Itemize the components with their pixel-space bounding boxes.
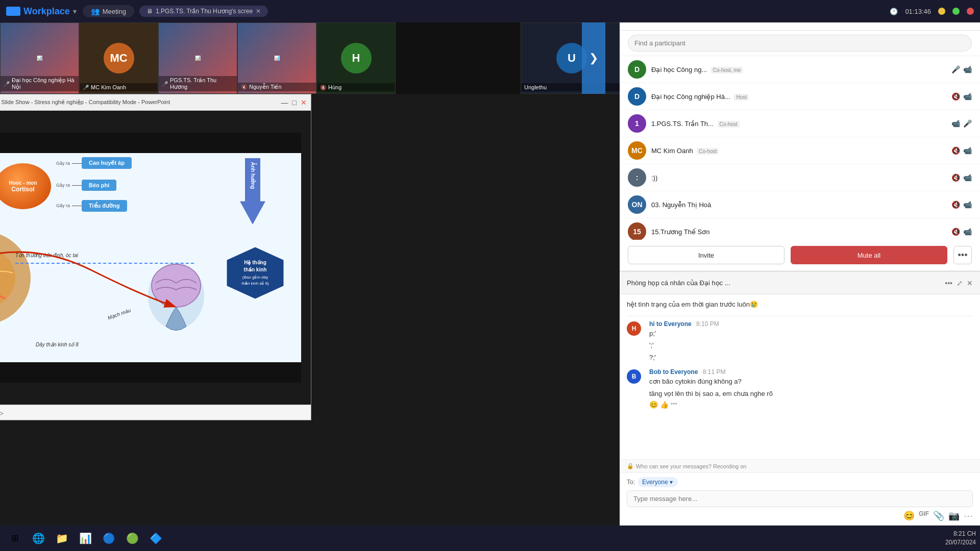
participant-name-4: MC Kim Oanh Co-host xyxy=(651,147,946,155)
video-strip: 📊 🎤 Đại học Công nghiệp Hà Nội MC 🎤 MC K… xyxy=(0,22,623,94)
chat-input-actions: 😊 GIF 📎 📷 ⋯ xyxy=(627,510,973,521)
invite-btn[interactable]: Invite xyxy=(628,246,785,264)
svg-text:Hệ thống: Hệ thống xyxy=(244,260,266,265)
chat-to-row: To: Everyone ▾ xyxy=(627,477,973,487)
participant-avatar-4: MC xyxy=(628,141,646,160)
browser-icon[interactable]: 🌐 xyxy=(28,528,49,549)
files-icon[interactable]: 📁 xyxy=(51,528,72,549)
close-icon[interactable]: ✕ xyxy=(256,8,261,15)
chat-sub-text-3: tăng vọt lên thì bị sao a, em chưa nghe … xyxy=(649,389,973,399)
excel-icon[interactable]: 📊 xyxy=(75,528,96,549)
participant-item-2: D Đại học Công nghiệp Hà... Host 🔇 📹 xyxy=(620,83,980,110)
extra-icon[interactable]: 🔷 xyxy=(145,528,166,549)
ppt-close-btn[interactable]: ✕ xyxy=(301,98,307,107)
participant-name-6: 03. Nguyễn Thị Hoà xyxy=(651,201,946,209)
attach-input-btn[interactable]: 📎 xyxy=(933,510,944,521)
video-thumb-5[interactable]: H 🔇 Hùng xyxy=(316,22,396,94)
participant-avatar-2: D xyxy=(628,87,646,106)
thumb-label-4: 🔇 Nguyễn Tiến xyxy=(238,83,316,91)
chat-more-btn[interactable]: ••• xyxy=(671,400,677,409)
video-thumb-1[interactable]: 📊 🎤 Đại học Công nghiệp Hà Nội xyxy=(0,22,79,94)
chat-message-2: H hi to Everyone 8:10 PM p;' ';' ?;' xyxy=(627,320,973,363)
ppt-restore-btn[interactable]: □ xyxy=(292,98,297,107)
zoom-taskbar-icon[interactable]: 🔵 xyxy=(98,528,119,549)
svg-text:thần kinh số 8): thần kinh số 8) xyxy=(241,281,269,286)
meeting-tab[interactable]: 👥 Meeting xyxy=(83,5,134,17)
participant-item-7: 15 15.Trương Thế Sơn 🔇 📹 xyxy=(620,218,980,240)
participant-mute-icon-5: 🔇 xyxy=(951,173,960,182)
chat-header: Phòng họp cá nhân của Đại học ... ••• ⤢ … xyxy=(620,272,980,294)
avatar-2: MC xyxy=(104,43,134,73)
participant-video-icon-7: 📹 xyxy=(963,228,972,236)
app-name: Workplace xyxy=(23,6,70,17)
chat-title: Phòng họp cá nhân của Đại học ... xyxy=(627,279,941,287)
screen-share-tab[interactable]: 🖥 1.PGS.TS. Trần Thu Hương's scree ✕ xyxy=(139,6,268,17)
participant-video-on-icon-3: 📹 xyxy=(951,119,960,128)
chat-section: Phòng họp cá nhân của Đại học ... ••• ⤢ … xyxy=(620,271,980,525)
participant-item-4: MC MC Kim Oanh Co-host 🔇 📹 xyxy=(620,137,980,164)
emoji-react-btn[interactable]: 😊 xyxy=(649,400,658,409)
thumb-label-2: 🎤 MC Kim Oanh xyxy=(80,83,158,91)
next-slide-btn[interactable]: ❯ xyxy=(582,22,605,94)
video-thumb-3[interactable]: 📊 🎤 PGS.TS. Trần Thu Hương xyxy=(158,22,237,94)
participant-name-3: 1.PGS.TS. Trần Th... Co-host xyxy=(651,120,946,128)
mute-all-btn[interactable]: Mute all xyxy=(791,246,947,264)
participant-mute-icon-1: 🎤 xyxy=(951,65,960,73)
more-input-btn[interactable]: ⋯ xyxy=(964,510,973,521)
chat-reaction-row-3: 😊 👍 ••• xyxy=(649,400,973,409)
slide-inner: Stress, Lo lắng, căng thẳng, mất ngủ Tiế… xyxy=(0,153,301,362)
emoji-input-btn[interactable]: 😊 xyxy=(903,510,915,521)
thumbs-react-btn[interactable]: 👍 xyxy=(660,400,669,409)
b-avatar: B xyxy=(627,369,641,384)
participant-badge-2: Host xyxy=(734,94,749,101)
svg-text:thần kinh: thần kinh xyxy=(244,267,267,272)
participant-avatar-6: ON xyxy=(628,195,646,214)
participant-name-2: Đại học Công nghiệp Hà... Host xyxy=(651,93,946,101)
participant-mute-icon-7: 🔇 xyxy=(951,228,960,236)
svg-text:(Bao gồm dây: (Bao gồm dây xyxy=(242,275,268,280)
participant-badge-4: Co-host xyxy=(697,148,719,155)
chevron-down-icon: ▾ xyxy=(670,479,673,486)
participant-name-5: :)) xyxy=(651,174,946,182)
participant-icons-1: 🎤 📹 xyxy=(951,65,972,73)
avatar-5: H xyxy=(341,43,372,73)
search-input[interactable] xyxy=(628,35,972,52)
screencap-input-btn[interactable]: 📷 xyxy=(948,510,960,521)
chat-text-2: p;' xyxy=(649,329,973,339)
chat-popout-btn[interactable]: ⤢ xyxy=(957,279,963,287)
chat-to-everyone-btn[interactable]: Everyone ▾ xyxy=(638,477,678,487)
maximize-btn[interactable] xyxy=(952,8,960,15)
video-thumb-4[interactable]: 📊 🔇 Nguyễn Tiến xyxy=(237,22,316,94)
ppt-statusbar: Slide 20 of 25 ◀ ☰ ▶ ⊞ ⊟ 📋 ▷ xyxy=(0,405,311,420)
meeting-icon: 👥 xyxy=(91,7,100,15)
slide-black-top xyxy=(0,133,301,153)
participant-avatar-1: D xyxy=(628,60,646,79)
search-bar xyxy=(620,31,980,56)
chat-input[interactable] xyxy=(627,490,973,507)
chat-close-btn[interactable]: ✕ xyxy=(967,279,973,287)
chat-sub-text-2b: ?;' xyxy=(649,353,973,363)
minimize-btn[interactable] xyxy=(938,8,945,15)
slideshow-btn[interactable]: ▷ xyxy=(0,409,4,417)
mic-icon-1: 🎤 xyxy=(4,81,10,87)
cortisol-circle: Hooc - mon Cortisol xyxy=(0,163,51,209)
video-thumb-2[interactable]: MC 🎤 MC Kim Oanh xyxy=(79,22,158,94)
thumb-label-3: 🎤 PGS.TS. Trần Thu Hương xyxy=(159,76,237,91)
close-btn[interactable] xyxy=(967,8,974,15)
ppt-content: Stress, Lo lắng, căng thẳng, mất ngủ Tiế… xyxy=(0,111,311,405)
chat-message-3: B Bob to Everyone 8:11 PM cơn bão cytoki… xyxy=(627,368,973,409)
chat-options-btn[interactable]: ••• xyxy=(945,279,952,287)
more-options-btn[interactable]: ••• xyxy=(953,246,972,264)
gif-input-btn[interactable]: GIF xyxy=(919,510,929,521)
video-thumb-unglethu[interactable]: U Unglethu xyxy=(521,22,623,94)
slide-black-bottom xyxy=(0,362,301,383)
chat-taskbar-icon[interactable]: 🟢 xyxy=(121,528,143,549)
sidebar: Participants (182) ⤢ ✕ D Đại học Công ng… xyxy=(620,0,980,525)
mic-icon-3: 🎤 xyxy=(162,81,168,87)
mic-muted-icon-5: 🔇 xyxy=(320,85,326,90)
chat-text-1: hệt tình trạng của em thời gian trước lu… xyxy=(627,299,973,310)
effect-box-1: Cao huyết áp xyxy=(82,157,132,169)
start-btn[interactable]: ⊞ xyxy=(4,528,26,549)
participant-name-7: 15.Trương Thế Sơn xyxy=(651,228,946,236)
ppt-minimize-btn[interactable]: — xyxy=(281,98,288,107)
